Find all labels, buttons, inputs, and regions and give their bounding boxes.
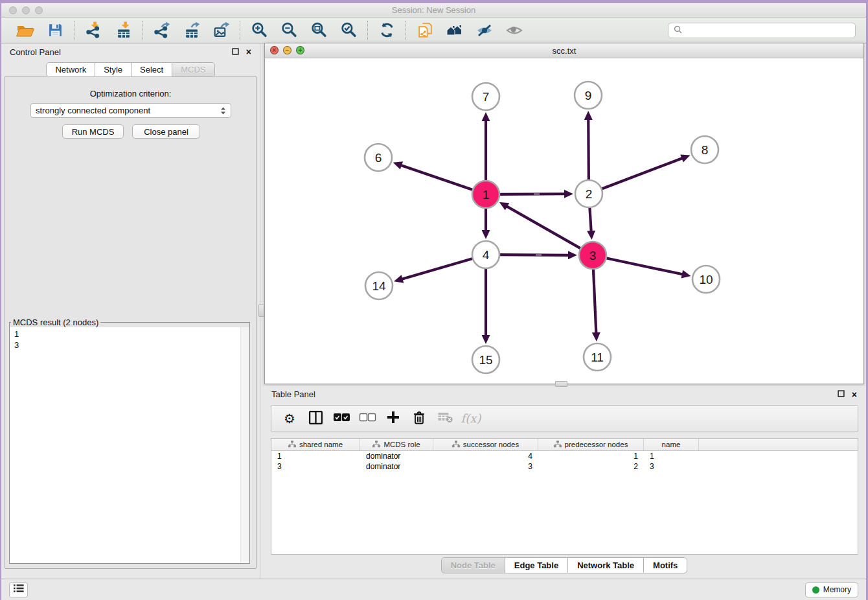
search-box[interactable]	[668, 23, 856, 38]
edge-1-7[interactable]	[482, 112, 490, 180]
node-15[interactable]: 15	[472, 346, 499, 373]
criterion-select[interactable]: strongly connected component	[30, 103, 231, 118]
settings-button[interactable]: ⚙	[278, 408, 301, 430]
node-8[interactable]: 8	[691, 136, 718, 163]
memory-status-icon	[812, 586, 819, 594]
edge-1-4[interactable]	[482, 209, 490, 239]
result-item[interactable]: 3	[14, 340, 238, 351]
import-network-button[interactable]	[80, 20, 106, 41]
save-session-button[interactable]	[42, 20, 68, 41]
table-panel-title: Table Panel	[271, 389, 315, 399]
export-table-button[interactable]	[178, 20, 204, 41]
table-cell[interactable]: 3	[271, 461, 360, 472]
node-14[interactable]: 14	[365, 272, 393, 299]
edge-4-14[interactable]	[394, 259, 472, 283]
column-header-shared-name[interactable]: shared name	[271, 439, 360, 450]
edge-2-8[interactable]	[602, 154, 691, 189]
float-table-panel-icon[interactable]	[838, 389, 845, 399]
edge-2-9[interactable]	[584, 111, 593, 179]
hierarchy-icon	[554, 441, 562, 449]
edge-1-6[interactable]	[393, 161, 472, 190]
zoom-in-button[interactable]	[246, 20, 272, 41]
table-cell[interactable]: 4	[433, 451, 538, 461]
column-label: MCDS role	[383, 441, 420, 448]
node-6[interactable]: 6	[365, 144, 392, 171]
table-cell[interactable]: dominator	[360, 451, 433, 461]
horizontal-splitter-handle[interactable]	[555, 381, 567, 387]
export-network-button[interactable]	[148, 20, 174, 41]
memory-button[interactable]: Memory	[805, 583, 858, 597]
zoom-selected-button[interactable]	[336, 20, 361, 41]
table-cell[interactable]: dominator	[360, 461, 433, 472]
delete-row-button[interactable]	[407, 408, 431, 430]
open-file-button[interactable]	[12, 20, 38, 41]
node-9[interactable]: 9	[575, 82, 602, 109]
table-cell[interactable]: 3	[644, 461, 699, 472]
import-table-button[interactable]	[110, 20, 136, 41]
column-header-name[interactable]: name	[644, 439, 699, 450]
app-title: Session: New Session	[1, 3, 866, 17]
tab-select[interactable]: Select	[131, 62, 172, 77]
table-cell[interactable]: 1	[271, 451, 360, 461]
edge-3-11[interactable]	[592, 270, 600, 341]
zoom-out-button[interactable]	[276, 20, 302, 41]
float-panel-icon[interactable]	[232, 47, 239, 57]
export-image-button[interactable]	[208, 20, 234, 41]
vertical-splitter-handle[interactable]	[258, 305, 264, 317]
edge-2-3[interactable]	[587, 208, 595, 240]
result-item[interactable]: 1	[14, 329, 238, 340]
close-panel-icon[interactable]: ×	[246, 47, 251, 56]
hide-detail-eye-button[interactable]	[472, 20, 497, 41]
network-canvas[interactable]: 1234678910111415	[265, 59, 863, 384]
tab-network-table[interactable]: Network Table	[567, 557, 644, 573]
edge-1-2[interactable]	[500, 190, 573, 198]
app-titlebar: Session: New Session	[1, 3, 866, 17]
columns-button[interactable]	[304, 408, 327, 430]
show-detail-eye-button[interactable]	[501, 20, 527, 41]
node-7[interactable]: 7	[472, 83, 499, 110]
column-header-predecessor-nodes[interactable]: predecessor nodes	[538, 439, 644, 450]
close-panel-button[interactable]: Close panel	[132, 124, 200, 139]
node-2[interactable]: 2	[575, 180, 602, 207]
tab-network[interactable]: Network	[46, 62, 95, 77]
add-row-button[interactable]	[382, 408, 405, 430]
tab-style[interactable]: Style	[95, 62, 131, 77]
table-cell[interactable]: 1	[644, 451, 699, 461]
table-cell[interactable]: 1	[538, 451, 644, 461]
close-table-panel-icon[interactable]: ×	[852, 390, 857, 399]
node-3[interactable]: 3	[579, 242, 606, 269]
zoom-fit-button[interactable]	[306, 20, 332, 41]
node-label: 3	[589, 249, 597, 262]
arrowhead-icon	[681, 270, 691, 279]
node-11[interactable]: 11	[584, 343, 611, 371]
edge-3-10[interactable]	[607, 259, 691, 279]
column-header-MCDS-role[interactable]: MCDS role	[360, 439, 433, 450]
network-window-titlebar[interactable]: × − + scc.txt	[265, 43, 863, 58]
overview-home-button[interactable]	[442, 20, 468, 41]
refresh-layout-button[interactable]	[374, 20, 400, 41]
tab-motifs[interactable]: Motifs	[643, 557, 687, 573]
node-1[interactable]: 1	[472, 181, 499, 208]
node-label: 1	[483, 188, 490, 202]
column-header-successor-nodes[interactable]: successor nodes	[433, 439, 538, 450]
table-cell[interactable]: 2	[538, 461, 644, 472]
table-row[interactable]: 1dominator411	[271, 451, 858, 461]
table-cell[interactable]: 3	[433, 461, 538, 472]
result-scrollbar[interactable]	[240, 327, 249, 563]
tab-edge-table[interactable]: Edge Table	[505, 557, 568, 573]
run-mcds-button[interactable]: Run MCDS	[62, 124, 124, 139]
node-10[interactable]: 10	[692, 266, 720, 293]
tab-mcds[interactable]: MCDS	[172, 62, 214, 77]
node-4[interactable]: 4	[472, 241, 499, 268]
edge-4-15[interactable]	[482, 269, 490, 344]
search-input[interactable]	[686, 25, 850, 36]
clone-network-button[interactable]	[412, 20, 438, 41]
column-label: successor nodes	[463, 441, 519, 448]
table-row[interactable]: 3dominator323	[271, 461, 858, 472]
task-history-button[interactable]	[9, 583, 28, 597]
edge-4-3[interactable]	[500, 251, 577, 259]
select-all-button[interactable]	[330, 408, 353, 430]
deselect-all-button[interactable]	[356, 408, 379, 430]
edge-3-1[interactable]	[499, 202, 580, 248]
tab-node-table[interactable]: Node Table	[441, 557, 505, 573]
